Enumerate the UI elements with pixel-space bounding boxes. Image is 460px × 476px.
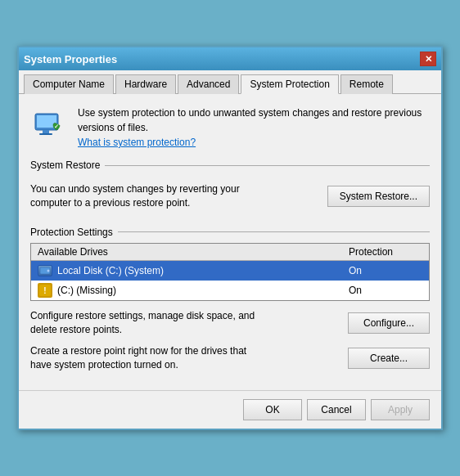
drive-name-0: Local Disk (C:) (System) xyxy=(57,265,164,276)
svg-rect-2 xyxy=(43,130,49,133)
create-row: Create a restore point right now for the… xyxy=(30,344,430,372)
system-restore-label: System Restore xyxy=(30,159,430,171)
svg-text:✓: ✓ xyxy=(54,123,59,129)
tab-remote[interactable]: Remote xyxy=(340,74,393,94)
what-is-protection-link[interactable]: What is system protection? xyxy=(78,137,196,148)
close-button[interactable]: ✕ xyxy=(420,52,436,66)
hdd-icon-0 xyxy=(38,265,52,276)
tab-advanced[interactable]: Advanced xyxy=(178,74,239,94)
shield-icon: ✓ xyxy=(30,106,70,145)
drive-name-1: (C:) (Missing) xyxy=(57,285,116,296)
info-description: Use system protection to undo unwanted s… xyxy=(78,106,430,150)
window-title: System Properties xyxy=(24,53,117,65)
info-row: ✓ Use system protection to undo unwanted… xyxy=(30,106,430,150)
protection-settings-section: Protection Settings Available Drives Pro… xyxy=(30,227,430,372)
tab-bar: Computer Name Hardware Advanced System P… xyxy=(19,70,441,94)
footer: OK Cancel Apply xyxy=(19,390,441,429)
tab-hardware[interactable]: Hardware xyxy=(115,74,176,94)
apply-button[interactable]: Apply xyxy=(371,399,430,420)
restore-description: You can undo system changes by reverting… xyxy=(30,182,259,210)
system-properties-window: System Properties ✕ Computer Name Hardwa… xyxy=(17,46,443,430)
svg-point-6 xyxy=(47,269,50,272)
drives-table-header: Available Drives Protection xyxy=(31,244,429,261)
col-header-drives: Available Drives xyxy=(38,246,349,258)
system-restore-button[interactable]: System Restore... xyxy=(327,186,430,207)
missing-icon-1: ! xyxy=(38,283,52,298)
drive-row-0[interactable]: Local Disk (C:) (System) On xyxy=(31,261,429,281)
ok-button[interactable]: OK xyxy=(243,399,302,420)
create-description: Create a restore point right now for the… xyxy=(30,344,259,372)
create-button[interactable]: Create... xyxy=(348,348,430,369)
configure-row: Configure restore settings, manage disk … xyxy=(30,309,430,337)
drive-protection-0: On xyxy=(349,265,422,276)
tab-system-protection[interactable]: System Protection xyxy=(241,74,338,94)
content-area: ✓ Use system protection to undo unwanted… xyxy=(19,94,441,390)
system-restore-box: You can undo system changes by reverting… xyxy=(30,176,430,217)
info-main-text: Use system protection to undo unwanted s… xyxy=(78,107,422,133)
system-restore-section: System Restore You can undo system chang… xyxy=(30,159,430,217)
tab-computer-name[interactable]: Computer Name xyxy=(24,74,114,94)
protection-settings-label: Protection Settings xyxy=(30,227,430,238)
cancel-button[interactable]: Cancel xyxy=(307,399,366,420)
drive-row-1[interactable]: ! (C:) (Missing) On xyxy=(31,281,429,300)
drive-protection-1: On xyxy=(349,285,422,296)
svg-text:!: ! xyxy=(43,286,46,295)
col-header-protection: Protection xyxy=(349,246,422,258)
drives-table: Available Drives Protection Local Disk (… xyxy=(30,243,430,301)
configure-description: Configure restore settings, manage disk … xyxy=(30,309,259,337)
svg-rect-3 xyxy=(39,133,52,135)
title-bar: System Properties ✕ xyxy=(19,47,441,70)
configure-button[interactable]: Configure... xyxy=(348,312,430,334)
